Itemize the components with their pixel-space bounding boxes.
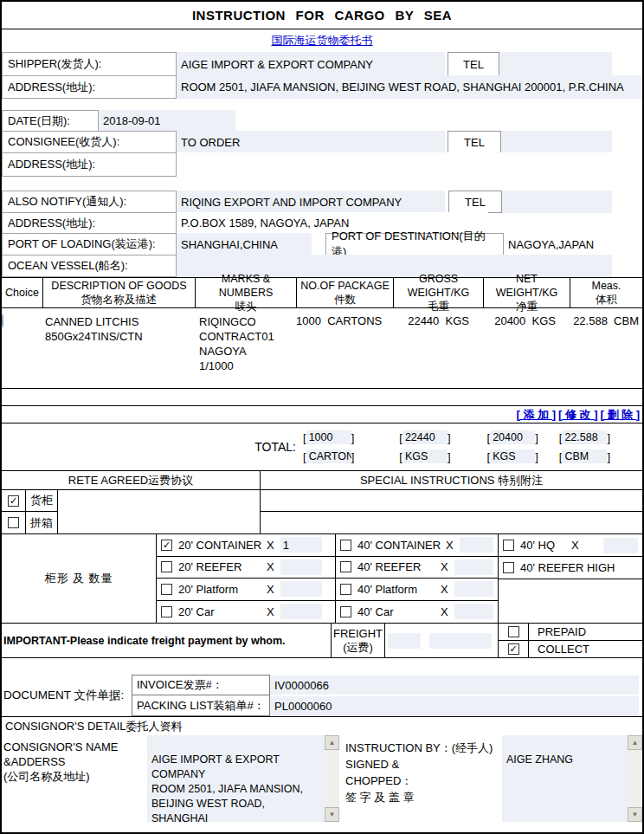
goods-table-header: Choice DESCRIPTION OF GOODS 货物名称及描述 MARK… xyxy=(2,277,642,308)
scrollbar[interactable]: ▲ ▼ xyxy=(325,735,339,822)
total-section: TOTAL: [1000] [CARTONS] [22440] [KGS] [2… xyxy=(2,423,642,471)
goods-package: 1000 CARTONS xyxy=(296,314,393,388)
total-label: TOTAL: xyxy=(2,440,296,454)
col-marks-zh: 唛头 xyxy=(235,300,257,314)
also-notify-input[interactable]: RIQING EXPORT AND IMPORT COMPANY xyxy=(177,191,445,213)
consignor-name-label: CONSIGNOR'S NAME &ADDERSS (公司名称及地址) xyxy=(2,735,147,822)
shipper-address-input[interactable]: ROOM 2501, JIAFA MANSION, BEIJING WEST R… xyxy=(177,75,642,99)
signed-by-textarea[interactable]: AIGE ZHANG ▲ ▼ xyxy=(502,735,642,822)
checkbox-20-container[interactable]: ✓ xyxy=(161,540,172,551)
date-label: DATE(日期): xyxy=(2,110,99,132)
packing-list-input[interactable]: PL0000060 xyxy=(270,696,639,715)
equipment-section: 柜形 及 数量 ✓20' CONTAINERX1 20' REEFERX 20'… xyxy=(2,533,642,624)
label-40-hq: 40' HQ xyxy=(520,539,565,552)
qty-input-40-car[interactable] xyxy=(454,604,493,619)
qty-input-40-reefer[interactable] xyxy=(454,559,493,575)
total-net-unit-input[interactable]: KGS xyxy=(490,449,535,463)
label-40-reefer: 40' REEFER xyxy=(357,560,435,573)
special-instructions-input-2[interactable] xyxy=(261,512,642,533)
qty-input-20-container[interactable]: 1 xyxy=(280,537,322,553)
bracket: ] xyxy=(607,450,610,463)
goods-table-row: CANNED LITCHIS 850Gx24TINS/CTN RIQINGCO … xyxy=(2,308,642,389)
total-gross-unit-input[interactable]: KGS xyxy=(402,449,448,463)
prepaid-checkbox[interactable] xyxy=(508,626,519,637)
row-select-radio[interactable] xyxy=(2,314,3,328)
checkbox-40-reefer-high[interactable] xyxy=(503,562,514,573)
total-gross-qty-input[interactable]: 22440 xyxy=(402,430,448,444)
fcl-checkbox[interactable]: ✓ xyxy=(8,495,19,507)
total-package-group: [1000] [CARTONS] xyxy=(303,430,354,463)
shipper-input[interactable]: AIGE IMPORT & EXPORT COMPANY xyxy=(177,52,445,76)
consignee-label: CONSIGNEE(收货人): xyxy=(2,131,177,153)
total-meas-group: [22.588] [CBM] xyxy=(559,430,610,463)
spacer-strip xyxy=(2,389,642,406)
signed-by-value: AIGE ZHANG xyxy=(506,753,573,766)
freight-input-2[interactable] xyxy=(429,633,492,649)
freight-label-en: FREIGHT xyxy=(333,627,383,641)
scrollbar[interactable]: ▲ ▼ xyxy=(628,735,642,822)
checkbox-40-hq[interactable] xyxy=(503,540,514,551)
date-input[interactable]: 2018-09-01 xyxy=(99,110,235,132)
add-link[interactable]: [ 添 加 ] xyxy=(517,407,557,423)
checkbox-40-car[interactable] xyxy=(340,606,351,617)
label-20-reefer: 20' REEFER xyxy=(178,560,261,573)
document-section: DOCUMENT 文件单据: INVOICE发票#： IV0000066 PAC… xyxy=(2,675,642,716)
qty-input-40-hq[interactable] xyxy=(603,538,638,553)
total-meas-unit-input[interactable]: CBM xyxy=(562,449,607,463)
shipper-tel-input[interactable] xyxy=(499,52,612,76)
scroll-down-icon[interactable]: ▼ xyxy=(325,807,339,822)
checkbox-40-reefer[interactable] xyxy=(340,561,351,572)
subtitle-row: 国际海运货物委托书 xyxy=(2,29,642,52)
also-notify-tel-input[interactable] xyxy=(502,191,612,213)
qty-input-20-platform[interactable] xyxy=(280,581,322,597)
x-mark: X xyxy=(267,560,274,573)
lcl-checkbox[interactable] xyxy=(8,517,19,528)
col-net-en: NET WEIGHT/KG xyxy=(484,272,570,300)
total-net-qty-input[interactable]: 20400 xyxy=(490,430,535,444)
checkbox-40-container[interactable] xyxy=(340,540,351,551)
collect-checkbox[interactable]: ✓ xyxy=(508,643,519,655)
special-instructions-input-1[interactable] xyxy=(261,490,642,512)
delete-link[interactable]: [ 删 除 ] xyxy=(601,407,641,423)
freight-input-1[interactable] xyxy=(388,633,421,649)
checkbox-40-platform[interactable] xyxy=(340,584,351,595)
goods-gross-weight: 22440 KGS xyxy=(393,314,483,388)
subtitle-link[interactable]: 国际海运货物委托书 xyxy=(272,33,373,48)
consignee-input[interactable]: TO ORDER xyxy=(177,131,445,153)
scroll-up-icon[interactable]: ▲ xyxy=(325,735,339,750)
invoice-input[interactable]: IV0000066 xyxy=(270,676,639,695)
col-gross-en: GROSS WEIGHT/KG xyxy=(394,272,483,300)
also-notify-row: ALSO NOTIFY(通知人): RIQING EXPORT AND IMPO… xyxy=(2,191,642,213)
checkbox-20-platform[interactable] xyxy=(161,584,172,595)
vessel-label: OCEAN VESSEL(船名): xyxy=(2,255,177,277)
x-mark: X xyxy=(441,560,448,573)
port-destination-input[interactable]: NAGOYA,JAPAN xyxy=(504,233,625,255)
col-meas-en: Meas. xyxy=(591,279,621,293)
qty-input-40-container[interactable] xyxy=(460,537,493,553)
consignee-address-input[interactable] xyxy=(177,152,642,177)
bracket: ] xyxy=(535,450,538,463)
checkbox-20-car[interactable] xyxy=(161,606,172,617)
total-package-unit-input[interactable]: CARTONS xyxy=(306,449,351,463)
scroll-down-icon[interactable]: ▼ xyxy=(628,807,642,822)
x-mark: X xyxy=(446,539,454,552)
consignee-row: CONSIGNEE(收货人): TO ORDER TEL xyxy=(2,131,642,153)
qty-input-40-platform[interactable] xyxy=(454,581,493,597)
scroll-up-icon[interactable]: ▲ xyxy=(628,735,642,750)
port-loading-input[interactable]: SHANGHAI,CHINA xyxy=(177,233,312,255)
col-net-zh: 净重 xyxy=(516,300,538,314)
consignee-tel-input[interactable] xyxy=(501,131,612,153)
consignee-address-row: ADDRESS(地址): xyxy=(2,152,642,177)
goods-measurement: 22.588 CBM xyxy=(570,314,642,388)
checkbox-20-reefer[interactable] xyxy=(161,561,172,572)
qty-input-20-reefer[interactable] xyxy=(280,559,322,575)
qty-input-20-car[interactable] xyxy=(280,604,322,619)
total-meas-qty-input[interactable]: 22.588 xyxy=(562,430,607,444)
total-package-qty-input[interactable]: 1000 xyxy=(306,430,351,444)
x-mark: X xyxy=(267,583,274,596)
consignor-name-textarea[interactable]: AIGE IMPORT & EXPORT COMPANY ROOM 2501, … xyxy=(147,735,339,822)
bracket: ] xyxy=(448,431,451,444)
modify-link[interactable]: [ 修 改 ] xyxy=(558,407,598,423)
lcl-label: 拼箱 xyxy=(26,512,57,533)
also-notify-label: ALSO NOTIFY(通知人): xyxy=(2,191,177,213)
